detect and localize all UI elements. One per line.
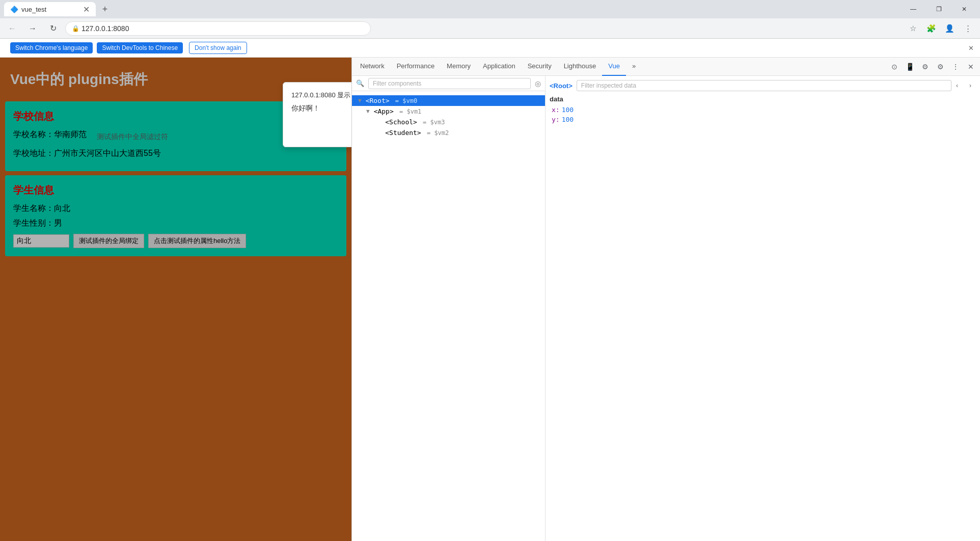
data-value-y: 100 (562, 116, 574, 123)
page-content: 127.0.0.1:8080 显示 你好啊！ 确定 Vue中的 plugins插… (0, 58, 351, 541)
tree-tag-app: <App> (374, 107, 394, 115)
tab-icon: 🔷 (10, 6, 18, 13)
inspector-nav-prev[interactable]: ‹ (951, 80, 963, 91)
vm-label-school: = $vm3 (419, 119, 445, 126)
tab-bar: 🔷 vue_test ✕ + — ❐ ✕ (0, 0, 980, 18)
inspector-root-tag: <Root> (550, 82, 573, 90)
url-text: 127.0.0.1:8080 (81, 24, 129, 33)
alert-message: 你好啊！ (291, 104, 351, 113)
tree-tag-student: <Student> (385, 129, 421, 137)
back-button[interactable]: ← (4, 20, 20, 37)
data-value-x: 100 (562, 106, 574, 114)
address-field[interactable]: 🔒 127.0.0.1:8080 (65, 21, 371, 36)
tree-item-student[interactable]: <Student> = $vm2 (352, 127, 545, 138)
devtools-tabs: Network Performance Memory Application S… (352, 58, 980, 76)
restore-button[interactable]: ❐ (927, 0, 950, 18)
data-section-title: data (550, 95, 976, 103)
vm-label-app: = $vm1 (396, 108, 422, 115)
profile-button[interactable]: 👤 (941, 20, 958, 37)
inspect-element-icon[interactable]: ⊙ (887, 60, 902, 74)
tree-item-app[interactable]: ▼ <App> = $vm1 (352, 106, 545, 117)
tab-vue[interactable]: Vue (602, 58, 626, 76)
notification-bar: Switch Chrome's language Switch DevTools… (0, 39, 980, 58)
menu-button[interactable]: ⋮ (960, 20, 976, 37)
vm-label-student: = $vm2 (423, 129, 449, 137)
tree-tag-root: <Root> (366, 97, 390, 104)
inspector-header: <Root> ‹ › (550, 80, 976, 91)
devtools-tab-icons: ⊙ 📱 ⚙ ⚙ ⋮ ✕ (887, 60, 978, 74)
switch-devtools-button[interactable]: Switch DevTools to Chinese (97, 42, 183, 53)
minimize-button[interactable]: — (902, 0, 925, 18)
settings-icon[interactable]: ⚙ (933, 60, 947, 74)
tab-memory[interactable]: Memory (441, 58, 477, 76)
close-devtools-icon[interactable]: ✕ (964, 60, 978, 74)
notification-close-button[interactable]: ✕ (968, 44, 974, 52)
window-controls: — ❐ ✕ (902, 0, 976, 18)
reload-button[interactable]: ↻ (45, 20, 61, 37)
vm-label-root: = $vm0 (392, 97, 418, 104)
secure-icon: 🔒 (72, 25, 79, 32)
devtools-body: 🔍 ◎ ▼ <Root> = $vm0 ▼ <App> (352, 76, 980, 541)
target-icon[interactable]: ◎ (535, 79, 541, 88)
data-key-y: y: (552, 116, 560, 123)
bookmark-star-button[interactable]: ☆ (905, 20, 921, 37)
close-button[interactable]: ✕ (952, 0, 976, 18)
tab-more[interactable]: » (626, 58, 642, 76)
tab-security[interactable]: Security (522, 58, 558, 76)
data-row-x: x: 100 (550, 105, 976, 115)
tree-arrow-root: ▼ (358, 97, 362, 104)
active-tab[interactable]: 🔷 vue_test ✕ (4, 2, 96, 16)
data-row-y: y: 100 (550, 115, 976, 124)
alert-title: 127.0.0.1:8080 显示 (291, 91, 351, 100)
dont-show-button[interactable]: Don't show again (189, 42, 247, 54)
main-layout: 127.0.0.1:8080 显示 你好啊！ 确定 Vue中的 plugins插… (0, 58, 980, 541)
switch-language-button[interactable]: Switch Chrome's language (10, 42, 93, 53)
tab-title: vue_test (21, 6, 46, 13)
inspector-nav-next[interactable]: › (965, 80, 976, 91)
search-icon: 🔍 (356, 79, 364, 87)
data-section: data x: 100 y: 100 (550, 95, 976, 124)
extension-button[interactable]: 🧩 (923, 20, 939, 37)
filter-inspected-input[interactable] (577, 80, 951, 91)
tree-item-root[interactable]: ▼ <Root> = $vm0 (352, 95, 545, 106)
browser-right-icons: ☆ 🧩 👤 ⋮ (905, 20, 976, 37)
tab-lighthouse[interactable]: Lighthouse (558, 58, 603, 76)
tree-tag-school: <School> (385, 118, 417, 126)
data-key-x: x: (552, 106, 560, 114)
tree-arrow-school (374, 119, 381, 125)
inspector-panel: <Root> ‹ › data x: 100 y: (546, 76, 980, 541)
alert-dialog: 127.0.0.1:8080 显示 你好啊！ 确定 (283, 82, 351, 147)
customize-icon[interactable]: ⋮ (948, 60, 963, 74)
console-icon[interactable]: ⚙ (918, 60, 932, 74)
forward-button[interactable]: → (24, 20, 41, 37)
tab-application[interactable]: Application (477, 58, 522, 76)
component-tree: ▼ <Root> = $vm0 ▼ <App> = $vm1 <School> (352, 91, 546, 142)
alert-button-row: 确定 (291, 123, 351, 139)
device-toolbar-icon[interactable]: 📱 (903, 60, 917, 74)
tree-arrow-app: ▼ (366, 108, 370, 115)
filter-components-input[interactable] (368, 78, 531, 89)
new-tab-button[interactable]: + (98, 2, 112, 16)
component-tree-toolbar: 🔍 ◎ (352, 76, 545, 91)
tab-performance[interactable]: Performance (391, 58, 441, 76)
devtools-panel: Network Performance Memory Application S… (351, 58, 980, 541)
tree-item-school[interactable]: <School> = $vm3 (352, 117, 545, 127)
tree-arrow-student (374, 129, 381, 136)
tab-network[interactable]: Network (354, 58, 391, 76)
address-bar-row: ← → ↻ 🔒 127.0.0.1:8080 ☆ 🧩 👤 ⋮ (0, 18, 980, 39)
tab-close-button[interactable]: ✕ (83, 5, 90, 14)
inspector-nav: ‹ › (951, 80, 976, 91)
